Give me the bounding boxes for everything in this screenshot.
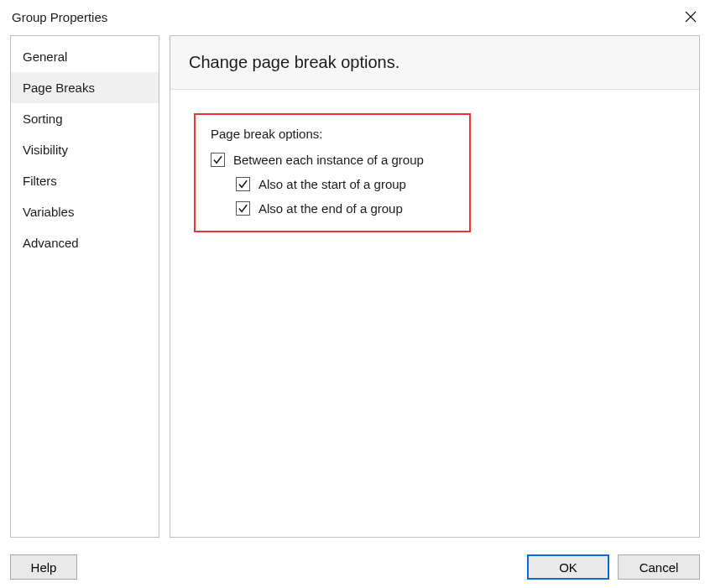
checkbox-row-between-instances: Between each instance of a group [211,153,454,167]
checkbox-label: Between each instance of a group [233,153,424,167]
footer: Help OK Cancel [10,554,700,580]
sidebar-item-label: Advanced [23,236,79,250]
checkbox-row-end-of-group: Also at the end of a group [236,201,454,216]
checkbox-start-of-group[interactable] [236,177,250,191]
sidebar-item-label: General [23,49,67,64]
sidebar-item-label: Sorting [23,112,63,126]
sidebar-item-label: Variables [23,205,74,219]
content-area: General Page Breaks Sorting Visibility F… [10,35,700,538]
checkbox-end-of-group[interactable] [236,201,250,216]
sidebar-item-filters[interactable]: Filters [11,165,159,196]
help-button[interactable]: Help [10,554,77,580]
ok-button[interactable]: OK [527,554,609,580]
checkbox-label: Also at the start of a group [258,177,406,191]
close-icon [685,11,697,23]
sidebar-item-advanced[interactable]: Advanced [11,227,159,258]
page-break-options-group: Page break options: Between each instanc… [194,113,471,232]
footer-right: OK Cancel [527,554,700,580]
sidebar-item-variables[interactable]: Variables [11,196,159,227]
sidebar-item-visibility[interactable]: Visibility [11,134,159,165]
sidebar-item-general[interactable]: General [11,41,159,72]
group-label: Page break options: [211,127,454,141]
checkbox-between-instances[interactable] [211,153,225,167]
window-title: Group Properties [12,10,107,24]
checkmark-icon [212,154,223,165]
panel-body: Page break options: Between each instanc… [170,90,699,256]
sidebar-item-label: Visibility [23,143,68,157]
main-panel: Change page break options. Page break op… [170,35,700,538]
sidebar-item-page-breaks[interactable]: Page Breaks [11,72,159,103]
sidebar-item-label: Page Breaks [23,81,95,95]
checkbox-label: Also at the end of a group [258,201,403,216]
cancel-button[interactable]: Cancel [618,554,700,580]
close-button[interactable] [671,0,710,34]
checkmark-icon [238,203,248,214]
sidebar-item-sorting[interactable]: Sorting [11,103,159,134]
sidebar: General Page Breaks Sorting Visibility F… [10,35,159,538]
sidebar-item-label: Filters [23,174,57,188]
panel-heading: Change page break options. [170,36,699,90]
titlebar: Group Properties [0,0,710,34]
checkbox-row-start-of-group: Also at the start of a group [236,177,454,191]
checkmark-icon [238,179,248,190]
